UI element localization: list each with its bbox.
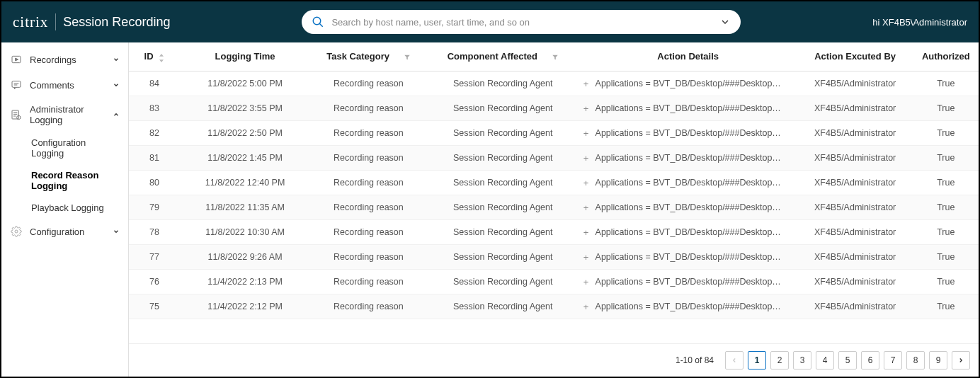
- cell-id: 77: [129, 244, 180, 269]
- cell-action-details: +Applications = BVT_DB/Desktop/###Deskto…: [579, 294, 797, 319]
- table-row[interactable]: 7811/8/2022 10:30 AMRecording reasonSess…: [129, 219, 979, 244]
- expand-icon[interactable]: +: [583, 152, 589, 163]
- cell-component: Session Recording Agent: [426, 71, 579, 96]
- cell-time: 11/8/2022 5:00 PM: [180, 71, 311, 96]
- svg-marker-13: [159, 54, 164, 57]
- col-label: Action Excuted By: [814, 51, 896, 62]
- col-label: Logging Time: [215, 51, 275, 62]
- expand-icon[interactable]: +: [583, 202, 589, 212]
- sidebar-item-label: Administrator Logging: [30, 104, 106, 125]
- svg-point-0: [314, 17, 321, 25]
- search-box[interactable]: [302, 10, 741, 34]
- page-number-button[interactable]: 5: [838, 351, 857, 370]
- expand-icon[interactable]: +: [583, 177, 589, 188]
- action-details-text: Applications = BVT_DB/Desktop/###Desktop…: [596, 227, 781, 237]
- page-number-button[interactable]: 2: [770, 351, 789, 370]
- cell-executed-by: XF4B5/Administrator: [797, 219, 913, 244]
- page-number-button[interactable]: 1: [748, 351, 766, 370]
- header-bar: citrix Session Recording hi XF4B5\Admini…: [1, 1, 979, 42]
- cell-component: Session Recording Agent: [426, 145, 579, 170]
- col-component-affected[interactable]: Component Affected: [426, 42, 579, 71]
- svg-marker-15: [404, 55, 410, 60]
- expand-icon[interactable]: +: [583, 127, 589, 138]
- page-number-button[interactable]: 6: [861, 351, 879, 370]
- cell-action-details: +Applications = BVT_DB/Desktop/###Deskto…: [579, 170, 797, 195]
- table-row[interactable]: 8411/8/2022 5:00 PMRecording reasonSessi…: [129, 71, 979, 96]
- search-input[interactable]: [331, 17, 712, 28]
- svg-line-1: [320, 23, 324, 27]
- table-row[interactable]: 7611/4/2022 2:13 PMRecording reasonSessi…: [129, 269, 979, 294]
- page-next-button[interactable]: [952, 351, 970, 370]
- cell-executed-by: XF4B5/Administrator: [797, 71, 913, 96]
- page-number-button[interactable]: 4: [816, 351, 834, 370]
- expand-icon[interactable]: +: [583, 227, 589, 237]
- table-row[interactable]: 8311/8/2022 3:55 PMRecording reasonSessi…: [129, 96, 979, 120]
- table-row[interactable]: 7911/8/2022 11:35 AMRecording reasonSess…: [129, 195, 979, 219]
- expand-icon[interactable]: +: [583, 301, 589, 311]
- chevron-down-icon[interactable]: [719, 16, 731, 28]
- cell-executed-by: XF4B5/Administrator: [797, 170, 913, 195]
- table-row[interactable]: 8011/8/2022 12:40 PMRecording reasonSess…: [129, 170, 979, 195]
- table-row[interactable]: 7511/4/2022 2:12 PMRecording reasonSessi…: [129, 294, 979, 319]
- col-id[interactable]: ID: [129, 42, 180, 71]
- sidebar-item-admin-logging[interactable]: Administrator Logging: [1, 98, 128, 132]
- expand-icon[interactable]: +: [583, 251, 589, 262]
- cell-action-details: +Applications = BVT_DB/Desktop/###Deskto…: [579, 195, 797, 219]
- user-greeting[interactable]: hi XF4B5\Administrator: [872, 17, 967, 28]
- sidebar: Recordings Comments Administrator Logg: [1, 42, 129, 377]
- col-authorized[interactable]: Authorized: [913, 42, 979, 71]
- cell-action-details: +Applications = BVT_DB/Desktop/###Deskto…: [579, 269, 797, 294]
- col-action-executed-by[interactable]: Action Excuted By: [797, 42, 913, 71]
- page-number-button[interactable]: 3: [793, 351, 811, 370]
- page-number-button[interactable]: 8: [906, 351, 925, 370]
- page-number-button[interactable]: 7: [884, 351, 902, 370]
- chevron-down-icon: [113, 56, 120, 63]
- main-content: ID Logging Time Task Category: [129, 42, 979, 377]
- cell-authorized: True: [913, 195, 979, 219]
- sidebar-sub-playback-logging[interactable]: Playback Logging: [1, 197, 128, 219]
- sidebar-item-configuration[interactable]: Configuration: [1, 219, 128, 244]
- table-row[interactable]: 7711/8/2022 9:26 AMRecording reasonSessi…: [129, 244, 979, 269]
- table-header-row: ID Logging Time Task Category: [129, 42, 979, 71]
- col-label: ID: [144, 51, 154, 62]
- sidebar-item-recordings[interactable]: Recordings: [1, 47, 128, 72]
- filter-icon[interactable]: [546, 52, 559, 61]
- sidebar-sub-record-reason-logging[interactable]: Record Reason Logging: [1, 164, 128, 197]
- col-logging-time[interactable]: Logging Time: [180, 42, 311, 71]
- cell-authorized: True: [913, 244, 979, 269]
- action-details-text: Applications = BVT_DB/Desktop/###Desktop…: [596, 252, 781, 262]
- col-label: Action Details: [657, 51, 719, 62]
- expand-icon[interactable]: +: [583, 103, 589, 113]
- col-task-category[interactable]: Task Category: [310, 42, 426, 71]
- cell-time: 11/8/2022 3:55 PM: [180, 96, 311, 120]
- sort-icon[interactable]: [159, 54, 164, 61]
- sidebar-item-label: Configuration: [30, 227, 106, 237]
- page-number-button[interactable]: 9: [929, 351, 947, 370]
- expand-icon[interactable]: +: [583, 276, 589, 287]
- chevron-down-icon: [113, 228, 120, 235]
- cell-category: Recording reason: [310, 294, 426, 319]
- cell-authorized: True: [913, 170, 979, 195]
- table-row[interactable]: 8211/8/2022 2:50 PMRecording reasonSessi…: [129, 120, 979, 145]
- col-action-details[interactable]: Action Details: [579, 42, 797, 71]
- page-prev-button[interactable]: [725, 351, 743, 370]
- cell-time: 11/8/2022 9:26 AM: [180, 244, 311, 269]
- sidebar-item-label: Recordings: [30, 55, 106, 65]
- table-wrap[interactable]: ID Logging Time Task Category: [129, 42, 979, 343]
- body: Recordings Comments Administrator Logg: [1, 42, 979, 377]
- cell-component: Session Recording Agent: [426, 195, 579, 219]
- action-details-text: Applications = BVT_DB/Desktop/###Desktop…: [596, 178, 781, 188]
- cell-executed-by: XF4B5/Administrator: [797, 244, 913, 269]
- filter-icon[interactable]: [398, 52, 411, 61]
- cell-id: 79: [129, 195, 180, 219]
- sidebar-item-comments[interactable]: Comments: [1, 72, 128, 98]
- cell-category: Recording reason: [310, 71, 426, 96]
- expand-icon[interactable]: +: [583, 78, 589, 88]
- chevron-down-icon: [113, 81, 120, 88]
- cell-executed-by: XF4B5/Administrator: [797, 269, 913, 294]
- table-row[interactable]: 8111/8/2022 1:45 PMRecording reasonSessi…: [129, 145, 979, 170]
- cell-category: Recording reason: [310, 120, 426, 145]
- cell-category: Recording reason: [310, 269, 426, 294]
- action-details-text: Applications = BVT_DB/Desktop/###Desktop…: [596, 128, 781, 138]
- sidebar-sub-configuration-logging[interactable]: Configuration Logging: [1, 132, 128, 164]
